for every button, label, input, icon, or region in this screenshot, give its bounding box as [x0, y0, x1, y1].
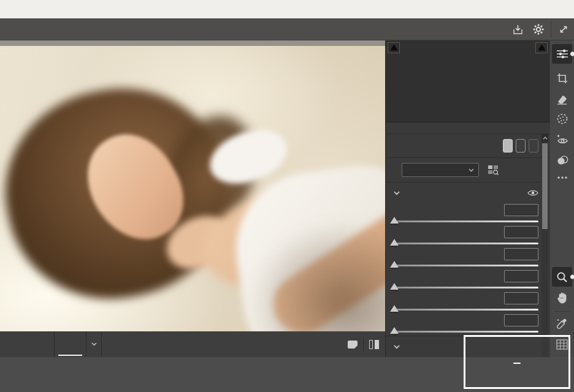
slider-exposure	[394, 203, 538, 225]
chevron-down-icon	[394, 191, 400, 195]
expand-icon	[558, 24, 569, 35]
blacks-slider-track[interactable]	[394, 327, 538, 335]
chevron-down-icon	[394, 345, 400, 349]
exposure-value-field[interactable]	[504, 204, 538, 216]
panel-scrollbar[interactable]	[541, 134, 548, 357]
highlight-clipping-toggle[interactable]	[535, 42, 548, 53]
tool-column	[549, 40, 574, 357]
hand-tool-button[interactable]	[552, 288, 572, 307]
highlights-slider-track[interactable]	[394, 261, 538, 269]
hand-icon	[557, 292, 567, 304]
masking-tool-button[interactable]	[552, 109, 572, 129]
tool-divider	[554, 311, 570, 312]
slider-shadows	[394, 270, 538, 292]
blacks-slider-thumb[interactable]	[390, 327, 399, 334]
highlight-clipping-icon	[538, 45, 545, 51]
light-section	[386, 182, 549, 336]
profile-browser-button[interactable]	[488, 165, 499, 175]
more-dots-icon	[557, 176, 567, 179]
color-sampler-tool-button[interactable]	[552, 314, 572, 333]
panel-spacer	[386, 123, 549, 134]
scrollbar-up-button[interactable]	[541, 134, 548, 142]
profile-browser-icon	[488, 165, 499, 175]
light-section-header[interactable]	[386, 183, 549, 203]
edit-sliders-icon	[556, 48, 568, 59]
crop-tool-button[interactable]	[552, 69, 572, 88]
more-tools-button[interactable]	[552, 170, 572, 185]
slider-blacks	[394, 314, 538, 336]
histogram-curves	[386, 41, 549, 122]
exposure-slider-thumb[interactable]	[390, 217, 399, 224]
crop-icon	[557, 73, 568, 84]
profile-row	[386, 157, 549, 182]
download-icon	[512, 24, 524, 36]
eyedropper-icon	[556, 318, 568, 330]
zoombar-divider	[363, 337, 364, 351]
chevron-down-icon	[91, 342, 97, 346]
before-after-icon	[369, 340, 373, 349]
whites-value-field[interactable]	[504, 292, 538, 304]
settings-gear-icon	[532, 23, 545, 36]
shadows-slider-track[interactable]	[394, 283, 538, 291]
auto-mode-button[interactable]	[503, 139, 513, 153]
chevron-down-icon	[469, 168, 474, 172]
shadows-value-field[interactable]	[504, 270, 538, 282]
masking-icon	[556, 113, 568, 125]
bw-mode-button[interactable]	[516, 139, 526, 153]
blacks-value-field[interactable]	[504, 314, 538, 326]
contrast-slider-track[interactable]	[394, 239, 538, 247]
edit-panel	[385, 40, 549, 357]
magnifier-icon	[556, 271, 568, 283]
chevron-up-icon	[543, 137, 548, 140]
edit-header-row	[386, 134, 549, 157]
exposure-slider-track[interactable]	[394, 217, 538, 225]
window-titlebar	[0, 0, 574, 18]
zoom-tool-button[interactable]	[552, 267, 572, 287]
zoom-level-button[interactable]	[55, 331, 86, 357]
download-button[interactable]	[507, 20, 528, 39]
whites-slider-track[interactable]	[394, 305, 538, 313]
fullscreen-toggle-button[interactable]	[553, 20, 574, 39]
watermark	[464, 335, 570, 389]
scrollbar-thumb[interactable]	[542, 143, 548, 229]
photo-top-edge	[0, 40, 385, 46]
hdr-mode-button[interactable]	[529, 139, 538, 153]
shadow-clipping-icon	[391, 45, 397, 51]
whites-slider-thumb[interactable]	[390, 305, 399, 312]
heal-tool-button[interactable]	[552, 89, 572, 109]
slider-contrast	[394, 225, 538, 247]
settings-button[interactable]	[528, 20, 549, 39]
edit-tool-button[interactable]	[552, 44, 572, 64]
photo-canvas[interactable]	[0, 40, 385, 331]
histogram[interactable]	[386, 40, 549, 123]
fit-zoom-button[interactable]	[0, 331, 55, 357]
watermark-url	[513, 363, 521, 364]
presets-icon	[556, 156, 568, 165]
red-eye-icon	[556, 134, 568, 145]
profile-select[interactable]	[402, 163, 479, 177]
presets-tool-button[interactable]	[552, 151, 572, 170]
top-toolbar	[0, 18, 574, 40]
shadow-clipping-toggle[interactable]	[388, 42, 400, 53]
view-mode-button[interactable]	[348, 341, 358, 349]
slider-whites	[394, 292, 538, 314]
shadows-slider-thumb[interactable]	[390, 283, 399, 290]
contrast-value-field[interactable]	[504, 226, 538, 238]
highlights-value-field[interactable]	[504, 248, 538, 260]
highlights-slider-thumb[interactable]	[390, 261, 399, 268]
before-after-button[interactable]	[369, 340, 379, 349]
before-after-icon	[375, 340, 379, 349]
slider-highlights	[394, 247, 538, 270]
eye-icon	[527, 189, 538, 197]
zoom-bar	[0, 331, 385, 357]
contrast-slider-thumb[interactable]	[390, 239, 399, 246]
light-visibility-toggle[interactable]	[527, 189, 538, 197]
eraser-icon	[556, 94, 568, 105]
toolbar-separator	[551, 21, 551, 38]
zoom-dropdown-button[interactable]	[86, 331, 102, 357]
red-eye-tool-button[interactable]	[552, 130, 572, 149]
